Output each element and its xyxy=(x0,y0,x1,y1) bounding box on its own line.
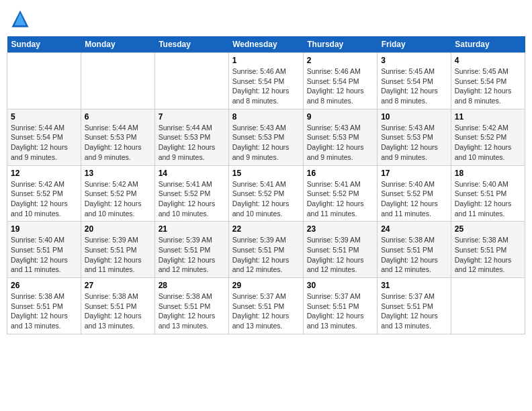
day-info: Sunrise: 5:39 AMSunset: 5:51 PMDaylight:… xyxy=(307,235,373,275)
day-info: Sunrise: 5:42 AMSunset: 5:52 PMDaylight:… xyxy=(11,179,77,219)
day-info: Sunrise: 5:39 AMSunset: 5:51 PMDaylight:… xyxy=(159,235,225,275)
week-row-2: 5Sunrise: 5:44 AMSunset: 5:54 PMDaylight… xyxy=(7,109,525,165)
day-info: Sunrise: 5:40 AMSunset: 5:51 PMDaylight:… xyxy=(455,179,521,219)
logo-icon xyxy=(11,9,30,28)
day-info: Sunrise: 5:38 AMSunset: 5:51 PMDaylight:… xyxy=(85,291,151,331)
day-number: 8 xyxy=(232,112,300,122)
day-cell: 6Sunrise: 5:44 AMSunset: 5:53 PMDaylight… xyxy=(81,109,154,165)
day-info: Sunrise: 5:39 AMSunset: 5:51 PMDaylight:… xyxy=(85,235,151,275)
day-number: 19 xyxy=(11,224,77,234)
day-info: Sunrise: 5:43 AMSunset: 5:53 PMDaylight:… xyxy=(307,123,373,163)
day-info: Sunrise: 5:42 AMSunset: 5:52 PMDaylight:… xyxy=(85,179,151,219)
day-cell xyxy=(154,53,228,109)
day-cell: 21Sunrise: 5:39 AMSunset: 5:51 PMDayligh… xyxy=(154,222,228,278)
day-info: Sunrise: 5:40 AMSunset: 5:51 PMDaylight:… xyxy=(11,235,77,275)
day-cell: 15Sunrise: 5:41 AMSunset: 5:52 PMDayligh… xyxy=(228,165,303,222)
day-cell: 1Sunrise: 5:46 AMSunset: 5:54 PMDaylight… xyxy=(228,53,303,109)
day-info: Sunrise: 5:38 AMSunset: 5:51 PMDaylight:… xyxy=(381,235,447,275)
day-cell: 12Sunrise: 5:42 AMSunset: 5:52 PMDayligh… xyxy=(7,165,81,222)
day-number: 7 xyxy=(159,112,225,122)
day-cell: 25Sunrise: 5:38 AMSunset: 5:51 PMDayligh… xyxy=(451,222,525,278)
day-info: Sunrise: 5:44 AMSunset: 5:53 PMDaylight:… xyxy=(159,123,225,163)
day-info: Sunrise: 5:37 AMSunset: 5:51 PMDaylight:… xyxy=(307,291,373,331)
day-info: Sunrise: 5:39 AMSunset: 5:51 PMDaylight:… xyxy=(232,235,300,275)
day-number: 25 xyxy=(455,224,521,234)
day-number: 13 xyxy=(85,169,151,178)
week-row-1: 1Sunrise: 5:46 AMSunset: 5:54 PMDaylight… xyxy=(7,53,525,109)
weekday-header-thursday: Thursday xyxy=(303,36,377,53)
day-info: Sunrise: 5:41 AMSunset: 5:52 PMDaylight:… xyxy=(232,179,300,219)
day-cell xyxy=(7,53,81,109)
day-number: 23 xyxy=(307,224,373,234)
day-info: Sunrise: 5:41 AMSunset: 5:52 PMDaylight:… xyxy=(307,179,373,219)
day-info: Sunrise: 5:43 AMSunset: 5:53 PMDaylight:… xyxy=(232,123,300,163)
day-cell: 13Sunrise: 5:42 AMSunset: 5:52 PMDayligh… xyxy=(81,165,154,222)
day-info: Sunrise: 5:46 AMSunset: 5:54 PMDaylight:… xyxy=(232,66,300,106)
logo xyxy=(11,9,32,28)
day-number: 26 xyxy=(11,281,77,290)
day-cell: 8Sunrise: 5:43 AMSunset: 5:53 PMDaylight… xyxy=(228,109,303,165)
day-info: Sunrise: 5:38 AMSunset: 5:51 PMDaylight:… xyxy=(159,291,225,331)
day-cell: 23Sunrise: 5:39 AMSunset: 5:51 PMDayligh… xyxy=(303,222,377,278)
day-cell: 3Sunrise: 5:45 AMSunset: 5:54 PMDaylight… xyxy=(378,53,451,109)
day-cell: 2Sunrise: 5:46 AMSunset: 5:54 PMDaylight… xyxy=(303,53,377,109)
day-number: 24 xyxy=(381,224,447,234)
day-number: 15 xyxy=(232,169,300,178)
day-number: 14 xyxy=(159,169,225,178)
day-cell: 31Sunrise: 5:37 AMSunset: 5:51 PMDayligh… xyxy=(378,278,451,334)
day-cell: 7Sunrise: 5:44 AMSunset: 5:53 PMDaylight… xyxy=(154,109,228,165)
day-cell: 10Sunrise: 5:43 AMSunset: 5:53 PMDayligh… xyxy=(378,109,451,165)
day-cell: 29Sunrise: 5:37 AMSunset: 5:51 PMDayligh… xyxy=(228,278,303,334)
day-cell: 16Sunrise: 5:41 AMSunset: 5:52 PMDayligh… xyxy=(303,165,377,222)
day-number: 3 xyxy=(381,56,447,65)
week-row-3: 12Sunrise: 5:42 AMSunset: 5:52 PMDayligh… xyxy=(7,165,525,222)
day-number: 17 xyxy=(381,169,447,178)
week-row-5: 26Sunrise: 5:38 AMSunset: 5:51 PMDayligh… xyxy=(7,278,525,334)
day-info: Sunrise: 5:41 AMSunset: 5:52 PMDaylight:… xyxy=(159,179,225,219)
day-number: 31 xyxy=(381,281,447,290)
day-cell: 9Sunrise: 5:43 AMSunset: 5:53 PMDaylight… xyxy=(303,109,377,165)
weekday-header-wednesday: Wednesday xyxy=(228,36,303,53)
day-info: Sunrise: 5:45 AMSunset: 5:54 PMDaylight:… xyxy=(381,66,447,106)
day-cell: 19Sunrise: 5:40 AMSunset: 5:51 PMDayligh… xyxy=(7,222,81,278)
day-number: 16 xyxy=(307,169,373,178)
page-header xyxy=(7,7,525,31)
day-cell: 22Sunrise: 5:39 AMSunset: 5:51 PMDayligh… xyxy=(228,222,303,278)
day-info: Sunrise: 5:44 AMSunset: 5:53 PMDaylight:… xyxy=(85,123,151,163)
day-number: 27 xyxy=(85,281,151,290)
weekday-header-monday: Monday xyxy=(81,36,154,53)
day-info: Sunrise: 5:40 AMSunset: 5:52 PMDaylight:… xyxy=(381,179,447,219)
day-number: 6 xyxy=(85,112,151,122)
day-cell xyxy=(451,278,525,334)
day-cell: 4Sunrise: 5:45 AMSunset: 5:54 PMDaylight… xyxy=(451,53,525,109)
day-info: Sunrise: 5:42 AMSunset: 5:52 PMDaylight:… xyxy=(455,123,521,163)
day-info: Sunrise: 5:44 AMSunset: 5:54 PMDaylight:… xyxy=(11,123,77,163)
day-cell: 27Sunrise: 5:38 AMSunset: 5:51 PMDayligh… xyxy=(81,278,154,334)
day-cell xyxy=(81,53,154,109)
day-number: 10 xyxy=(381,112,447,122)
day-number: 2 xyxy=(307,56,373,65)
day-number: 11 xyxy=(455,112,521,122)
day-number: 4 xyxy=(455,56,521,65)
day-number: 12 xyxy=(11,169,77,178)
calendar-table: SundayMondayTuesdayWednesdayThursdayFrid… xyxy=(7,36,525,334)
day-cell: 14Sunrise: 5:41 AMSunset: 5:52 PMDayligh… xyxy=(154,165,228,222)
weekday-header-sunday: Sunday xyxy=(7,36,81,53)
day-info: Sunrise: 5:38 AMSunset: 5:51 PMDaylight:… xyxy=(455,235,521,275)
day-number: 20 xyxy=(85,224,151,234)
day-info: Sunrise: 5:37 AMSunset: 5:51 PMDaylight:… xyxy=(232,291,300,331)
day-info: Sunrise: 5:37 AMSunset: 5:51 PMDaylight:… xyxy=(381,291,447,331)
day-cell: 30Sunrise: 5:37 AMSunset: 5:51 PMDayligh… xyxy=(303,278,377,334)
day-number: 22 xyxy=(232,224,300,234)
day-info: Sunrise: 5:43 AMSunset: 5:53 PMDaylight:… xyxy=(381,123,447,163)
day-cell: 20Sunrise: 5:39 AMSunset: 5:51 PMDayligh… xyxy=(81,222,154,278)
day-info: Sunrise: 5:38 AMSunset: 5:51 PMDaylight:… xyxy=(11,291,77,331)
weekday-header-saturday: Saturday xyxy=(451,36,525,53)
day-number: 30 xyxy=(307,281,373,290)
day-cell: 28Sunrise: 5:38 AMSunset: 5:51 PMDayligh… xyxy=(154,278,228,334)
day-number: 9 xyxy=(307,112,373,122)
day-cell: 24Sunrise: 5:38 AMSunset: 5:51 PMDayligh… xyxy=(378,222,451,278)
day-cell: 17Sunrise: 5:40 AMSunset: 5:52 PMDayligh… xyxy=(378,165,451,222)
day-number: 21 xyxy=(159,224,225,234)
day-number: 5 xyxy=(11,112,77,122)
